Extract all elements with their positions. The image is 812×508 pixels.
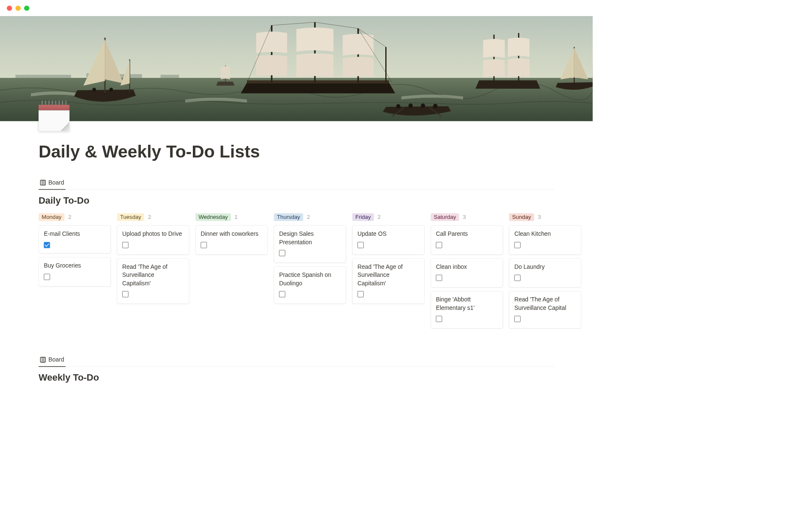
board-card[interactable]: Upload photos to Drive (117, 225, 189, 254)
card-checkbox[interactable] (436, 316, 442, 322)
card-checkbox[interactable] (44, 242, 50, 248)
card-checkbox[interactable] (122, 242, 129, 248)
board-card[interactable]: Update OS (352, 225, 425, 254)
board-card[interactable]: Design Sales Presentation (274, 225, 346, 262)
card-title: Read 'The Age of Surveillance Capitalism… (357, 263, 419, 287)
board-card[interactable]: Read 'The Age of Surveillance Capital (509, 291, 582, 329)
card-checkbox[interactable] (279, 250, 285, 257)
board-column: Friday2Update OSRead 'The Age of Surveil… (352, 213, 425, 332)
column-header[interactable]: Sunday3 (509, 213, 582, 221)
column-count: 3 (463, 214, 466, 220)
card-title: Read 'The Age of Surveillance Capitalism… (122, 263, 184, 287)
board-card[interactable]: E-mail Clients (38, 225, 111, 253)
board-column: Thursday2Design Sales PresentationPracti… (274, 213, 346, 332)
column-tag[interactable]: Wednesday (195, 213, 231, 221)
board-column: Tuesday2Upload photos to DriveRead 'The … (117, 213, 189, 332)
card-title: Read 'The Age of Surveillance Capital (514, 296, 576, 312)
card-checkbox[interactable] (122, 291, 129, 298)
card-title: Buy Groceries (44, 262, 106, 270)
card-checkbox[interactable] (514, 242, 521, 248)
card-title: Practice Spanish on Duolingo (279, 271, 341, 287)
page-icon-calendar[interactable] (38, 100, 69, 131)
svg-point-21 (409, 104, 413, 108)
board-column: Saturday3Call ParentsClean inboxBinge 'A… (431, 213, 503, 332)
board-card[interactable]: Call Parents (431, 225, 503, 254)
card-checkbox[interactable] (357, 291, 364, 298)
card-title: Do Laundry (514, 263, 576, 271)
svg-rect-2 (16, 75, 71, 78)
card-title: Dinner with coworkers (201, 230, 263, 238)
column-header[interactable]: Thursday2 (274, 213, 346, 221)
column-count: 2 (378, 214, 381, 220)
window-minimize-button[interactable] (16, 6, 21, 11)
column-count: 3 (538, 214, 541, 220)
card-checkbox[interactable] (44, 274, 50, 280)
card-checkbox[interactable] (514, 275, 521, 281)
board-card[interactable]: Buy Groceries (38, 257, 111, 286)
window-maximize-button[interactable] (24, 6, 29, 11)
view-tab-label: Board (49, 179, 64, 186)
column-tag[interactable]: Friday (352, 213, 374, 221)
board-card[interactable]: Clean Kitchen (509, 225, 582, 254)
card-title: Update OS (357, 230, 419, 238)
board-icon (40, 179, 46, 186)
column-count: 1 (235, 214, 238, 220)
column-count: 2 (68, 214, 71, 220)
page-title[interactable]: Daily & Weekly To-Do Lists (38, 141, 554, 161)
column-tag[interactable]: Thursday (274, 213, 303, 221)
column-count: 2 (307, 214, 310, 220)
board-column: Wednesday1Dinner with coworkers (195, 213, 268, 332)
board-column: Sunday3Clean KitchenDo LaundryRead 'The … (509, 213, 582, 332)
svg-point-22 (421, 104, 425, 108)
svg-rect-33 (41, 357, 46, 362)
card-checkbox[interactable] (201, 242, 207, 248)
card-title: Call Parents (436, 230, 498, 238)
board-card[interactable]: Read 'The Age of Surveillance Capitalism… (117, 258, 189, 304)
card-title: Clean inbox (436, 263, 498, 271)
svg-point-8 (92, 88, 96, 91)
column-tag[interactable]: Monday (38, 213, 64, 221)
board-card[interactable]: Clean inbox (431, 258, 503, 287)
board-card[interactable]: Do Laundry (509, 258, 582, 287)
svg-rect-30 (41, 180, 46, 185)
board-card[interactable]: Practice Spanish on Duolingo (274, 266, 346, 304)
svg-rect-10 (247, 80, 389, 83)
card-checkbox[interactable] (436, 242, 442, 248)
card-title: Upload photos to Drive (122, 230, 184, 238)
database-title-daily[interactable]: Daily To-Do (38, 195, 554, 206)
cover-image[interactable] (0, 16, 593, 121)
database-title-weekly[interactable]: Weekly To-Do (38, 373, 554, 383)
card-checkbox[interactable] (436, 275, 442, 281)
board-icon (40, 357, 46, 363)
board-column: Monday2E-mail ClientsBuy Groceries (38, 213, 111, 332)
column-header[interactable]: Saturday3 (431, 213, 503, 221)
card-checkbox[interactable] (279, 291, 285, 298)
column-tag[interactable]: Saturday (431, 213, 459, 221)
svg-point-23 (433, 104, 437, 108)
view-tabs-weekly: Board (38, 354, 554, 367)
column-header[interactable]: Tuesday2 (117, 213, 189, 221)
card-checkbox[interactable] (514, 316, 521, 322)
view-tab-board-weekly[interactable]: Board (38, 354, 65, 367)
view-tab-label: Board (49, 356, 64, 363)
column-header[interactable]: Wednesday1 (195, 213, 268, 221)
column-header[interactable]: Friday2 (352, 213, 425, 221)
card-title: Clean Kitchen (514, 230, 576, 238)
column-count: 2 (148, 214, 151, 220)
column-header[interactable]: Monday2 (38, 213, 111, 221)
column-tag[interactable]: Sunday (509, 213, 534, 221)
view-tabs-daily: Board (38, 177, 554, 190)
svg-point-9 (109, 88, 113, 91)
card-title: Design Sales Presentation (279, 230, 341, 246)
board-card[interactable]: Dinner with coworkers (195, 225, 268, 254)
view-tab-board[interactable]: Board (38, 177, 65, 190)
board-card[interactable]: Binge 'Abbott Elementary s1' (431, 291, 503, 329)
board-daily: Monday2E-mail ClientsBuy GroceriesTuesda… (38, 213, 554, 345)
board-card[interactable]: Read 'The Age of Surveillance Capitalism… (352, 258, 425, 304)
window-close-button[interactable] (7, 6, 12, 11)
card-checkbox[interactable] (357, 242, 364, 248)
svg-point-20 (396, 104, 401, 108)
column-tag[interactable]: Tuesday (117, 213, 145, 221)
card-title: Binge 'Abbott Elementary s1' (436, 296, 498, 312)
svg-rect-5 (161, 75, 179, 78)
